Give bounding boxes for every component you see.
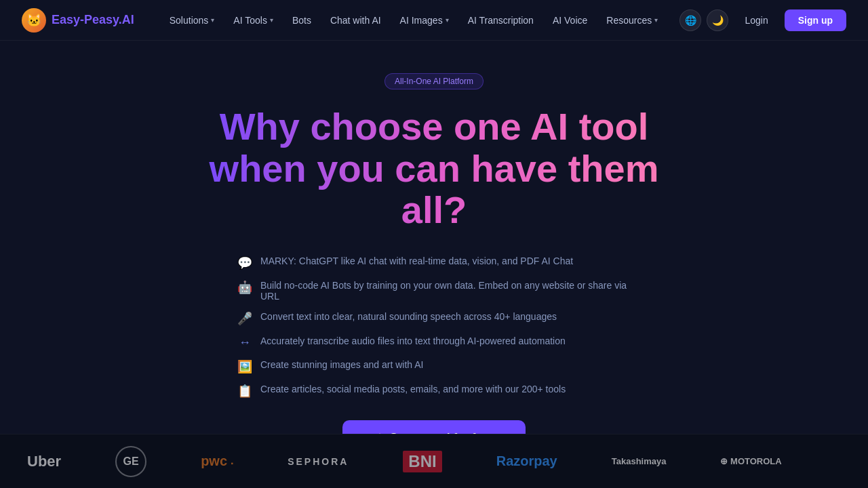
signup-button[interactable]: Sign up	[785, 9, 846, 31]
image-icon: 🖼️	[237, 359, 252, 374]
globe-icon-button[interactable]: 🌐	[679, 9, 701, 31]
chevron-down-icon: ▾	[270, 16, 273, 24]
nav-item-transcription[interactable]: AI Transcription	[460, 11, 542, 30]
brand-pwc: pwc ▪	[201, 453, 233, 469]
logo-text: Easy-Peasy.AI	[52, 13, 134, 27]
nav-item-bots[interactable]: Bots	[284, 11, 319, 30]
nav-right: 🌐 🌙 Login Sign up	[679, 9, 846, 31]
navbar: 🐱 Easy-Peasy.AI Solutions ▾ AI Tools ▾ B…	[0, 0, 868, 41]
transcribe-icon: ↔️	[237, 336, 252, 350]
chat-icon: 💬	[237, 256, 252, 270]
nav-item-aitools[interactable]: AI Tools ▾	[225, 11, 281, 30]
logo-icon: 🐱	[22, 8, 46, 33]
features-list: 💬 MARKY: ChatGPT like AI chat with real-…	[237, 256, 631, 399]
nav-item-aiimages[interactable]: AI Images ▾	[392, 11, 457, 30]
feature-item-images: 🖼️ Create stunning images and art with A…	[237, 359, 423, 374]
feature-item-voice: 🎤 Convert text into clear, natural sound…	[237, 311, 557, 326]
chevron-down-icon: ▾	[446, 16, 449, 24]
brand-sephora: SEPHORA	[288, 456, 349, 467]
tools-icon: 📋	[237, 384, 252, 399]
chevron-down-icon: ▾	[654, 16, 658, 24]
chevron-down-icon: ▾	[211, 16, 214, 24]
brand-razorpay: Razorpay	[496, 453, 557, 469]
microphone-icon: 🎤	[237, 311, 252, 326]
brand-ge: GE	[115, 446, 146, 477]
nav-item-resources[interactable]: Resources ▾	[598, 11, 666, 30]
theme-toggle-button[interactable]: 🌙	[707, 9, 728, 31]
hero-badge: All-In-One AI Platform	[384, 73, 484, 89]
hero-title: Why choose one AI tool when you can have…	[176, 106, 692, 231]
nav-links: Solutions ▾ AI Tools ▾ Bots Chat with AI…	[161, 11, 680, 30]
brand-takashimaya: Takashimaya	[612, 456, 667, 466]
feature-item-tools: 📋 Create articles, social media posts, e…	[237, 384, 566, 399]
hero-section: All-In-One AI Platform Why choose one AI…	[0, 41, 868, 488]
nav-item-chatai[interactable]: Chat with AI	[322, 11, 389, 30]
robot-icon: 🤖	[237, 280, 252, 295]
brand-list: Uber GE pwc ▪ SEPHORA BNI Razorpay Takas…	[0, 446, 868, 477]
feature-item-chat: 💬 MARKY: ChatGPT like AI chat with real-…	[237, 256, 573, 270]
nav-item-solutions[interactable]: Solutions ▾	[161, 11, 223, 30]
feature-item-transcribe: ↔️ Accurately transcribe audio files int…	[237, 336, 566, 350]
nav-item-voice[interactable]: AI Voice	[545, 11, 595, 30]
logo[interactable]: 🐱 Easy-Peasy.AI	[22, 8, 134, 33]
brand-motorola: ⊕ MOTOROLA	[720, 456, 781, 466]
feature-item-bots: 🤖 Build no-code AI Bots by training on y…	[237, 280, 631, 302]
brand-bni: BNI	[403, 451, 441, 472]
login-button[interactable]: Login	[734, 11, 778, 30]
brand-uber: Uber	[27, 453, 61, 470]
brand-strip: Uber GE pwc ▪ SEPHORA BNI Razorpay Takas…	[0, 434, 868, 488]
